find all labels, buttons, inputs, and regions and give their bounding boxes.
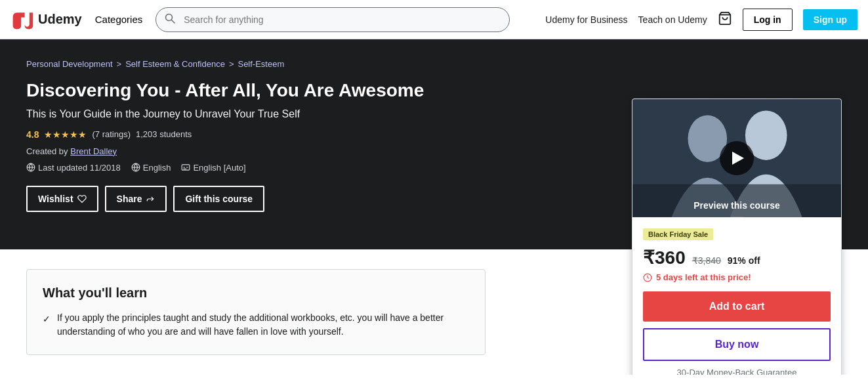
signup-button[interactable]: Sign up <box>803 9 858 30</box>
main-content: What you'll learn ✓ If you apply the pri… <box>0 249 512 375</box>
price-discount: 91% off <box>728 255 760 266</box>
rating-row: 4.8 ★★★★★ (7 ratings) 1,203 students <box>26 129 486 140</box>
teach-link[interactable]: Teach on Udemy <box>638 14 707 25</box>
heart-icon <box>77 194 87 203</box>
captions-item: English [Auto] <box>181 163 245 173</box>
breadcrumb-self-esteem[interactable]: Self-Esteem <box>238 59 284 69</box>
money-back-guarantee: 30-Day Money-Back Guarantee <box>643 368 831 375</box>
language-icon <box>131 163 140 172</box>
globe-icon <box>26 163 35 172</box>
svg-line-1 <box>172 20 175 23</box>
add-to-cart-button[interactable]: Add to cart <box>643 291 831 322</box>
learn-title: What you'll learn <box>43 285 469 301</box>
share-label: Share <box>117 194 142 204</box>
navbar: Udemy Categories Udemy for Business Teac… <box>0 0 868 39</box>
learn-box: What you'll learn ✓ If you apply the pri… <box>26 269 486 355</box>
gift-button[interactable]: Gift this course <box>173 186 264 212</box>
course-card: Preview this course Black Friday Sale ₹3… <box>632 98 842 375</box>
time-left: 5 days left at this price! <box>643 272 831 282</box>
stars-icon: ★★★★★ <box>44 129 87 140</box>
categories-link[interactable]: Categories <box>90 14 148 25</box>
navbar-right: Udemy for Business Teach on Udemy Log in… <box>545 9 858 31</box>
checkmark-icon: ✓ <box>43 312 51 326</box>
captions-text: English [Auto] <box>193 163 245 173</box>
price-row: ₹360 ₹3,840 91% off <box>643 247 831 268</box>
price-original: ₹3,840 <box>692 255 721 266</box>
instructor-prefix: Created by <box>26 146 68 156</box>
ratings-count: (7 ratings) <box>92 129 131 139</box>
last-updated-item: Last updated 11/2018 <box>26 163 121 173</box>
wishlist-label: Wishlist <box>38 194 73 204</box>
logo-link[interactable]: Udemy <box>10 8 82 32</box>
course-subtitle: This is Your Guide in the Journey to Unr… <box>26 108 486 120</box>
gift-label: Gift this course <box>185 194 253 204</box>
login-button[interactable]: Log in <box>743 9 793 31</box>
cart-icon[interactable] <box>718 11 732 28</box>
logo-text: Udemy <box>38 12 82 27</box>
language-item: English <box>131 163 171 173</box>
hero-content: Personal Development > Self Esteem & Con… <box>26 59 499 230</box>
learn-item-text: If you apply the principles taught and s… <box>57 311 469 339</box>
search-bar <box>155 7 510 32</box>
share-button[interactable]: Share <box>105 186 167 212</box>
for-business-link[interactable]: Udemy for Business <box>545 14 627 25</box>
search-icon <box>165 13 175 26</box>
last-updated-text: Last updated 11/2018 <box>38 163 121 173</box>
breadcrumb: Personal Development > Self Esteem & Con… <box>26 59 486 69</box>
preview-label: Preview this course <box>632 200 841 211</box>
breadcrumb-personal-dev[interactable]: Personal Development <box>26 59 113 69</box>
play-triangle-icon <box>732 152 744 165</box>
rating-number: 4.8 <box>26 129 39 140</box>
sale-badge: Black Friday Sale <box>643 228 713 240</box>
breadcrumb-self-esteem-conf[interactable]: Self Esteem & Confidence <box>125 59 225 69</box>
wishlist-button[interactable]: Wishlist <box>26 186 98 212</box>
instructor-link[interactable]: Brent Dalley <box>70 146 117 156</box>
learn-item: ✓ If you apply the principles taught and… <box>43 311 469 339</box>
breadcrumb-sep-2: > <box>229 59 234 69</box>
language-text: English <box>143 163 171 173</box>
preview-video[interactable]: Preview this course <box>632 99 841 217</box>
udemy-logo-icon <box>10 8 34 32</box>
course-title: Discovering You - After All, You Are Awe… <box>26 79 486 102</box>
meta-row: Last updated 11/2018 English English [Au… <box>26 163 486 173</box>
price-current: ₹360 <box>643 247 686 268</box>
search-input[interactable] <box>155 7 510 32</box>
action-buttons: Wishlist Share Gift this course <box>26 186 486 212</box>
captions-icon <box>181 163 190 172</box>
preview-background <box>632 99 841 217</box>
buy-now-button[interactable]: Buy now <box>643 328 831 361</box>
hero-section: Personal Development > Self Esteem & Con… <box>0 39 868 249</box>
instructor-row: Created by Brent Dalley <box>26 146 486 156</box>
breadcrumb-sep-1: > <box>117 59 122 69</box>
share-icon <box>146 194 155 203</box>
card-body: Black Friday Sale ₹360 ₹3,840 91% off 5 … <box>632 217 841 375</box>
clock-icon <box>643 273 652 282</box>
time-left-text: 5 days left at this price! <box>656 272 751 282</box>
students-count: 1,203 students <box>136 129 192 139</box>
play-button[interactable] <box>720 141 754 175</box>
